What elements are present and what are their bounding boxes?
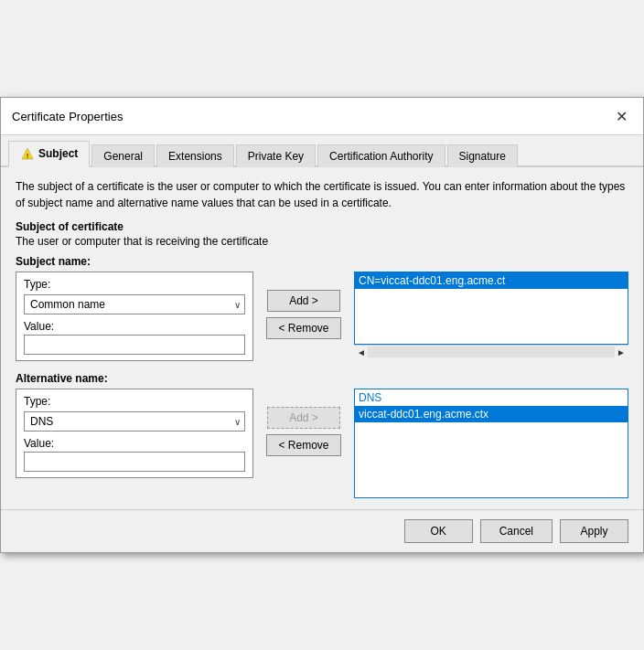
tab-bar: ! Subject General Extensions Private Key… (1, 135, 643, 167)
subject-value-box[interactable]: CN=viccat-ddc01.eng.acme.ct (354, 272, 628, 345)
tab-private-key[interactable]: Private Key (236, 144, 316, 167)
tab-subject-label: Subject (38, 147, 78, 160)
bottom-buttons: OK Cancel Apply (1, 509, 643, 552)
scroll-right-arrow[interactable]: ► (615, 347, 628, 357)
remove-button[interactable]: < Remove (266, 317, 340, 339)
value-input[interactable] (24, 335, 245, 355)
alt-type-label: Type: (24, 395, 245, 408)
tab-private-key-label: Private Key (248, 150, 304, 163)
subject-name-label: Subject name: (16, 255, 628, 268)
alt-right-panel: DNS viccat-ddc01.eng.acme.ctx (354, 389, 628, 498)
type-dropdown[interactable]: Common name Organization Organizational … (25, 295, 244, 314)
alt-value-box[interactable]: DNS viccat-ddc01.eng.acme.ctx (354, 389, 628, 498)
certificate-properties-dialog: Certificate Properties ✕ ! Subject Gener… (0, 97, 644, 553)
subject-right-panel: CN=viccat-ddc01.eng.acme.ct ◄ ► (354, 272, 628, 358)
ok-button[interactable]: OK (404, 519, 473, 543)
close-button[interactable]: ✕ (610, 105, 632, 127)
tab-certification-authority-label: Certification Authority (329, 150, 433, 163)
tab-signature-label: Signature (459, 150, 506, 163)
tab-general-label: General (103, 150, 143, 163)
scroll-left-arrow[interactable]: ◄ (355, 347, 368, 357)
alt-middle-buttons: Add > < Remove (263, 389, 345, 456)
warning-icon: ! (20, 146, 35, 161)
section-title: Subject of certificate (16, 220, 628, 233)
tab-extensions-label: Extensions (168, 150, 222, 163)
cancel-button[interactable]: Cancel (480, 519, 553, 543)
alt-dns-value: viccat-ddc01.eng.acme.ctx (355, 406, 628, 422)
alt-type-dropdown-container: DNS Email UPN IP address Directory ∨ (24, 411, 245, 432)
subject-description: The subject of a certificate is the user… (16, 178, 628, 211)
subject-middle-buttons: Add > < Remove (263, 272, 345, 339)
subject-scrollbar-row: ◄ ► (354, 345, 628, 358)
alt-type-group: Type: DNS Email UPN IP address Directory… (16, 389, 253, 478)
tab-subject[interactable]: ! Subject (8, 141, 90, 167)
alt-left-panel: Type: DNS Email UPN IP address Directory… (16, 389, 253, 482)
add-button[interactable]: Add > (267, 290, 340, 312)
alt-name-row: Type: DNS Email UPN IP address Directory… (16, 389, 628, 498)
alt-value-label: Value: (24, 437, 245, 450)
tab-extensions[interactable]: Extensions (156, 144, 234, 167)
tab-signature[interactable]: Signature (447, 144, 518, 167)
value-label: Value: (24, 320, 245, 333)
subject-left-panel: Type: Common name Organization Organizat… (16, 272, 253, 365)
alt-remove-button[interactable]: < Remove (266, 434, 340, 456)
subject-type-group: Type: Common name Organization Organizat… (16, 272, 253, 361)
alt-value-input[interactable] (24, 452, 245, 472)
subject-tab-content: The subject of a certificate is the user… (1, 167, 643, 509)
dialog-title: Certificate Properties (12, 110, 123, 123)
apply-button[interactable]: Apply (560, 519, 628, 543)
type-dropdown-container: Common name Organization Organizational … (24, 294, 245, 314)
subject-name-row: Type: Common name Organization Organizat… (16, 272, 628, 365)
alt-add-button[interactable]: Add > (267, 407, 340, 429)
svg-text:!: ! (27, 152, 29, 160)
subject-value-selected: CN=viccat-ddc01.eng.acme.ct (355, 272, 628, 289)
section-subtitle: The user or computer that is receiving t… (16, 235, 628, 248)
alt-name-label: Alternative name: (16, 372, 628, 385)
scroll-track[interactable] (368, 346, 615, 357)
alt-type-dropdown[interactable]: DNS Email UPN IP address Directory (25, 412, 244, 431)
title-bar: Certificate Properties ✕ (1, 98, 643, 135)
type-label: Type: (24, 278, 245, 291)
alt-dns-label: DNS (355, 389, 628, 406)
tab-general[interactable]: General (91, 144, 155, 167)
tab-certification-authority[interactable]: Certification Authority (317, 144, 445, 167)
